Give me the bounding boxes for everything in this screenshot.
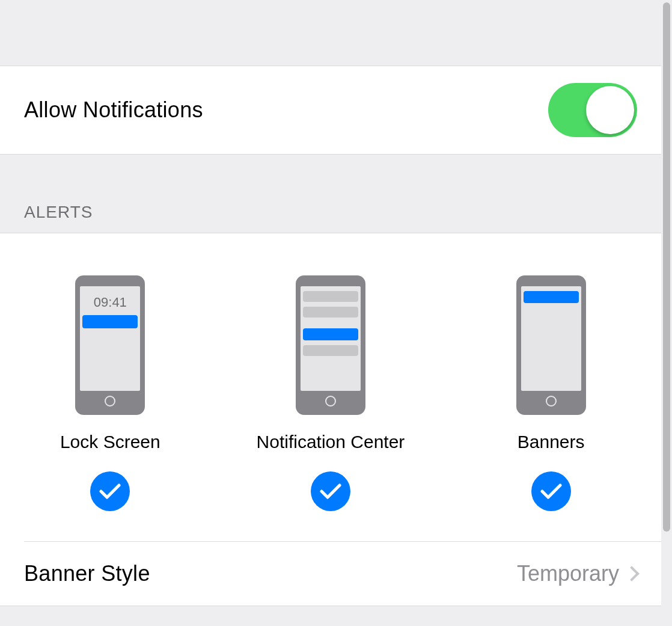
alert-option-banners[interactable]: Banners bbox=[461, 275, 641, 511]
alert-label-notification-center: Notification Center bbox=[257, 432, 405, 452]
home-button-icon bbox=[546, 396, 557, 407]
banner-style-row[interactable]: Banner Style Temporary bbox=[0, 542, 661, 606]
phone-icon-lock-screen: 09:41 bbox=[75, 275, 145, 415]
home-button-icon bbox=[105, 396, 115, 407]
check-icon bbox=[540, 483, 562, 500]
check-icon bbox=[320, 483, 341, 500]
toggle-knob bbox=[586, 86, 634, 134]
home-button-icon bbox=[325, 396, 336, 407]
alert-label-lock-screen: Lock Screen bbox=[60, 432, 160, 452]
alerts-panel: 09:41 Lock Screen bbox=[0, 233, 661, 606]
scrollbar[interactable] bbox=[661, 0, 672, 626]
alert-label-banners: Banners bbox=[518, 432, 585, 452]
phone-icon-banners bbox=[516, 275, 586, 415]
list-bar-icon bbox=[303, 345, 358, 356]
alerts-options-row: 09:41 Lock Screen bbox=[0, 233, 661, 541]
alert-option-lock-screen[interactable]: 09:41 Lock Screen bbox=[20, 275, 200, 511]
allow-notifications-row[interactable]: Allow Notifications bbox=[0, 66, 661, 155]
top-spacer bbox=[0, 0, 661, 66]
scrollbar-thumb[interactable] bbox=[663, 2, 670, 532]
checkmark-banners[interactable] bbox=[531, 471, 571, 511]
alerts-section-header: ALERTS bbox=[0, 203, 661, 233]
banner-bar-icon bbox=[524, 291, 579, 303]
alert-option-notification-center[interactable]: Notification Center bbox=[240, 275, 421, 511]
list-bar-icon bbox=[303, 307, 358, 318]
checkmark-lock-screen[interactable] bbox=[90, 471, 130, 511]
check-icon bbox=[99, 483, 121, 500]
allow-notifications-label: Allow Notifications bbox=[24, 97, 203, 123]
phone-icon-notification-center bbox=[296, 275, 365, 415]
chevron-right-icon bbox=[624, 566, 639, 581]
list-bar-icon bbox=[303, 291, 358, 302]
banner-style-value: Temporary bbox=[517, 561, 619, 586]
checkmark-notification-center[interactable] bbox=[311, 471, 350, 511]
allow-notifications-toggle[interactable] bbox=[548, 83, 637, 137]
banner-style-label: Banner Style bbox=[24, 561, 150, 586]
notification-bar-icon bbox=[82, 315, 138, 328]
lock-screen-time: 09:41 bbox=[94, 295, 127, 310]
section-gap bbox=[0, 155, 661, 203]
list-bar-blue-icon bbox=[303, 328, 358, 340]
